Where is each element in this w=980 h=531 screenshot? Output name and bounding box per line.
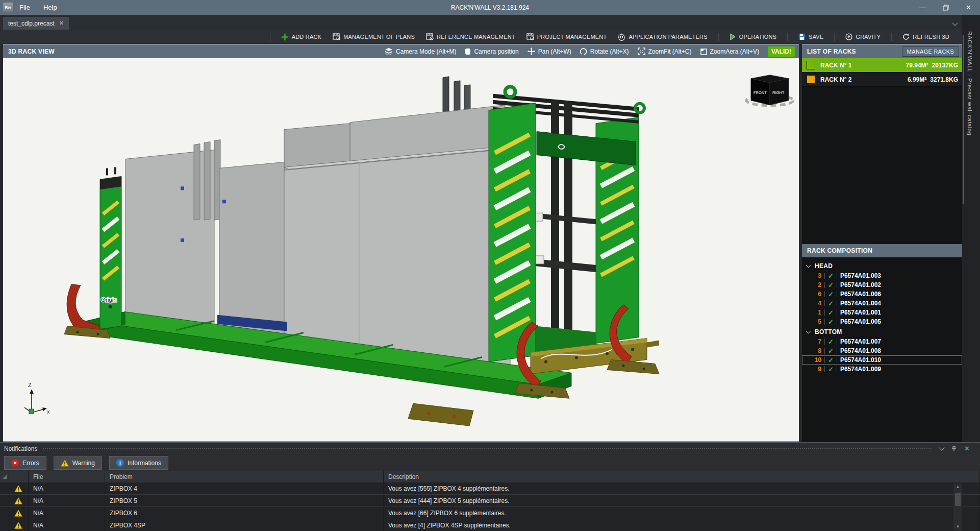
rack-list-item-1[interactable]: RACK N° 1 79.94M² 20137KG bbox=[802, 58, 962, 73]
description-column-header[interactable]: Description bbox=[384, 471, 980, 482]
warning-icon bbox=[14, 510, 22, 517]
rack-weight: 20137KG bbox=[932, 62, 958, 69]
rack-color-swatch bbox=[807, 75, 815, 84]
tree-item[interactable]: 7 ✓ P6574A01.007 bbox=[802, 337, 962, 346]
restore-button[interactable] bbox=[934, 0, 957, 15]
tab-test-cdlp-precast[interactable]: test_cdlp.precast ✕ bbox=[3, 17, 69, 30]
zoomfit-button[interactable]: ZoomFit (Alt+C) bbox=[636, 47, 694, 55]
warning-icon bbox=[14, 485, 22, 492]
close-panel-icon[interactable]: ✕ bbox=[964, 445, 970, 452]
expand-column-header[interactable] bbox=[0, 471, 9, 482]
menu-help[interactable]: Help bbox=[37, 0, 64, 15]
tree-group-bottom[interactable]: BOTTOM bbox=[802, 326, 962, 337]
layers-icon bbox=[385, 48, 393, 55]
reference-management-button[interactable]: REFERENCE MANAGEMENT bbox=[420, 30, 521, 44]
notifications-table: File Problem Description N/A ZIPBOX 4 Vo… bbox=[0, 471, 980, 531]
pan-button[interactable]: Pan (Alt+W) bbox=[525, 47, 573, 55]
camera-mode-button[interactable]: Camera Mode (Alt+M) bbox=[383, 48, 458, 55]
zoomarea-button[interactable]: ZoomAera (Alt+V) bbox=[698, 48, 761, 55]
precast-catalog-side-tab[interactable]: RACK'N'WALL - Precast wall catalog bbox=[967, 31, 973, 136]
rack-composition-title: RACK COMPOSITION bbox=[807, 247, 872, 254]
scroll-up-icon[interactable]: ▲ bbox=[953, 484, 962, 491]
valid-button[interactable]: VALID! bbox=[768, 46, 795, 57]
rack-end-frame-left bbox=[100, 167, 121, 329]
pin-icon[interactable] bbox=[951, 446, 957, 452]
3d-scene[interactable]: Origin Z x FRONT RIGHT bbox=[3, 58, 799, 441]
informations-filter-button[interactable]: i Informations bbox=[109, 456, 168, 470]
rack-color-swatch bbox=[807, 61, 815, 69]
icon-column-header[interactable] bbox=[9, 471, 29, 482]
toolbar-divider bbox=[718, 33, 719, 41]
scroll-thumb[interactable] bbox=[955, 493, 961, 506]
origin-label: Origin bbox=[101, 297, 117, 303]
side-scrollbar[interactable] bbox=[963, 35, 964, 204]
table-row[interactable]: N/A ZIPBOX 4 Vous avez [555] ZIPBOX 4 su… bbox=[0, 482, 980, 495]
errors-filter-button[interactable]: ✕ Errors bbox=[4, 456, 46, 470]
check-icon: ✓ bbox=[828, 357, 834, 364]
tree-item[interactable]: 1 ✓ P6574A01.001 bbox=[802, 308, 962, 317]
row-problem: ZIPBOX 5 bbox=[105, 495, 384, 506]
table-row[interactable]: N/A ZIPBOX 4SP Vous avez [4] ZIPBOX 4SP … bbox=[0, 519, 980, 531]
problem-column-header[interactable]: Problem bbox=[105, 471, 384, 482]
gravity-button[interactable]: GRAVITY bbox=[840, 30, 886, 44]
viewport-title: 3D RACK VIEW bbox=[8, 48, 55, 55]
tree-item[interactable]: 3 ✓ P6574A01.003 bbox=[802, 271, 962, 280]
menu-file[interactable]: File bbox=[13, 0, 37, 15]
table-row[interactable]: N/A ZIPBOX 6 Vous avez [66] ZIPBOX 6 sup… bbox=[0, 507, 980, 519]
rack-name: RACK N° 1 bbox=[820, 62, 851, 69]
operations-button[interactable]: OPERATIONS bbox=[724, 30, 782, 44]
plan-icon bbox=[333, 33, 340, 40]
axis-x-label: x bbox=[47, 408, 50, 415]
view-cube-right-label: RIGHT bbox=[772, 90, 785, 95]
manage-racks-button[interactable]: MANAGE RACKS bbox=[902, 46, 959, 57]
rack-area: 6.99M² bbox=[908, 76, 926, 83]
viewport-header: 3D RACK VIEW Camera Mode (Alt+M) Camera … bbox=[3, 44, 799, 58]
file-column-header[interactable]: File bbox=[29, 471, 105, 482]
check-icon: ✓ bbox=[828, 291, 834, 298]
rack-list-title: LIST OF RACKS bbox=[807, 48, 856, 55]
rack-end-frame-right bbox=[489, 87, 644, 362]
tab-list-chevron-down-icon[interactable] bbox=[952, 20, 958, 26]
chevron-down-icon bbox=[806, 263, 811, 268]
close-button[interactable]: ✕ bbox=[957, 0, 980, 15]
row-problem: ZIPBOX 4 bbox=[105, 482, 384, 494]
collapse-chevron-icon[interactable] bbox=[939, 445, 944, 450]
view-cube[interactable]: FRONT RIGHT bbox=[746, 75, 793, 106]
camera-position-button[interactable]: Camera position bbox=[463, 48, 520, 55]
tree-item[interactable]: 5 ✓ P6574A01.005 bbox=[802, 317, 962, 326]
warning-filter-button[interactable]: Warning bbox=[54, 456, 102, 470]
management-of-plans-button[interactable]: MANAGEMENT OF PLANS bbox=[327, 30, 420, 44]
project-management-button[interactable]: PROJECT MANAGEMENT bbox=[521, 30, 613, 44]
refresh-3d-button[interactable]: REFRESH 3D bbox=[897, 30, 955, 44]
row-description: Vous avez [555] ZIPBOX 4 supplémentaires… bbox=[384, 482, 980, 494]
plan-icon bbox=[426, 33, 434, 40]
rotate-button[interactable]: Rotate (Alt+X) bbox=[578, 48, 631, 55]
plan-icon bbox=[526, 33, 534, 40]
tab-close-icon[interactable]: ✕ bbox=[59, 20, 64, 27]
tree-item-selected[interactable]: 10 ✓ P6574A01.010 bbox=[802, 355, 962, 365]
check-icon: ✓ bbox=[828, 309, 834, 316]
3d-viewport[interactable]: Origin Z x FRONT RIGHT bbox=[3, 58, 799, 442]
tree-item[interactable]: 4 ✓ P6574A01.004 bbox=[802, 299, 962, 308]
row-file: N/A bbox=[29, 482, 105, 494]
window-title: RACK'N'WALL V3.2.181.924 bbox=[0, 4, 980, 11]
minimize-button[interactable]: — bbox=[911, 0, 934, 15]
check-icon: ✓ bbox=[828, 366, 834, 373]
side-panel-strip: RACK'N'WALL - Precast wall catalog bbox=[962, 15, 980, 442]
table-scrollbar[interactable]: ▲ ▼ bbox=[953, 484, 962, 530]
tree-group-head[interactable]: HEAD bbox=[802, 260, 962, 271]
scroll-down-icon[interactable]: ▼ bbox=[953, 523, 962, 530]
table-row[interactable]: N/A ZIPBOX 5 Vous avez [444] ZIPBOX 5 su… bbox=[0, 495, 980, 507]
tree-item[interactable]: 9 ✓ P6574A01.009 bbox=[802, 365, 962, 374]
application-parameters-button[interactable]: APPLICATION PARAMETERS bbox=[612, 30, 713, 44]
tree-item[interactable]: 2 ✓ P6574A01.002 bbox=[802, 280, 962, 289]
add-rack-button[interactable]: ADD RACK bbox=[275, 30, 327, 44]
warning-icon bbox=[61, 460, 69, 467]
rack-name: RACK N° 2 bbox=[820, 76, 851, 83]
drag-handle-texture[interactable] bbox=[42, 446, 933, 451]
base-foot bbox=[408, 403, 473, 426]
tree-item[interactable]: 8 ✓ P6574A01.008 bbox=[802, 346, 962, 355]
rack-list-item-2[interactable]: RACK N° 2 6.99M² 3271.8KG bbox=[802, 73, 962, 87]
save-button[interactable]: SAVE bbox=[793, 30, 829, 44]
tree-item[interactable]: 6 ✓ P6574A01.006 bbox=[802, 289, 962, 299]
